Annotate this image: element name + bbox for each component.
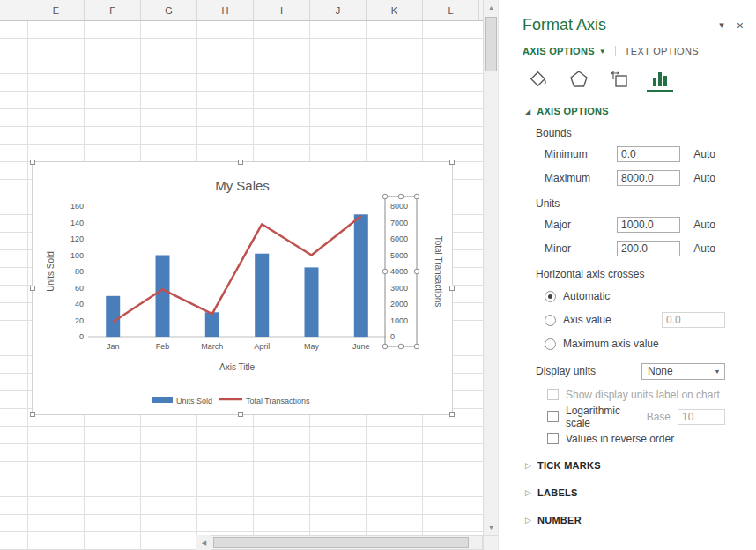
section-tick-marks[interactable]: ▷ TICK MARKS <box>525 457 756 473</box>
right-axis-tick: 2000 <box>390 300 408 308</box>
logarithmic-scale-checkbox[interactable] <box>547 411 559 422</box>
column-header[interactable]: G <box>141 0 197 20</box>
bar[interactable] <box>156 256 170 338</box>
axis-value-radio[interactable] <box>545 315 556 326</box>
major-auto-button[interactable]: Auto <box>680 219 715 231</box>
section-labels[interactable]: ▷ LABELS <box>525 485 756 501</box>
format-axis-pane: Format Axis ▾ × AXIS OPTIONS ▼ TEXT OPTI… <box>498 0 756 550</box>
tab-separator <box>615 46 616 56</box>
bar[interactable] <box>305 267 319 337</box>
expand-triangle-icon: ▷ <box>525 461 531 470</box>
display-units-dropdown[interactable]: None ▼ <box>641 363 725 380</box>
scroll-up-icon[interactable]: ▲ <box>484 0 499 15</box>
left-axis-tick: 20 <box>75 316 84 325</box>
values-reverse-checkbox[interactable] <box>547 433 559 444</box>
units-label: Units <box>536 197 756 210</box>
vertical-scroll-thumb[interactable] <box>485 17 497 71</box>
right-axis-tick: 6000 <box>390 234 408 243</box>
minor-auto-button[interactable]: Auto <box>680 242 715 255</box>
column-header-row: EFGHIJKL <box>0 0 483 21</box>
column-header[interactable]: I <box>254 0 310 20</box>
bar[interactable] <box>354 214 368 337</box>
maximum-input[interactable] <box>617 170 680 186</box>
tab-axis-options[interactable]: AXIS OPTIONS <box>523 46 595 56</box>
chart-resize-handle[interactable] <box>449 160 455 165</box>
chart-canvas[interactable]: 0204060801001201401600100020003000400050… <box>33 162 452 414</box>
column-header[interactable]: E <box>28 0 85 20</box>
chart-resize-handle[interactable] <box>238 160 243 165</box>
horizontal-scroll-thumb[interactable] <box>213 537 469 548</box>
axis-selection-handle <box>382 344 388 349</box>
chart-object[interactable]: 0204060801001201401600100020003000400050… <box>32 161 453 415</box>
minor-unit-input[interactable] <box>617 241 680 256</box>
display-units-value: None <box>648 365 673 377</box>
bar[interactable] <box>255 254 269 337</box>
chart-resize-handle[interactable] <box>238 412 243 417</box>
show-display-units-label: Show display units label on chart <box>566 389 720 401</box>
logarithmic-scale-label: Logarithmic scale <box>566 405 647 429</box>
line-series[interactable] <box>113 216 361 322</box>
axis-selection-handle <box>382 269 388 274</box>
automatic-radio[interactable] <box>545 291 556 302</box>
right-axis-tick: 0 <box>390 332 395 341</box>
maximum-axis-value-option: Maximum axis value <box>545 336 725 352</box>
base-input[interactable] <box>678 409 725 425</box>
scroll-track[interactable] <box>484 71 498 520</box>
fill-line-icon[interactable] <box>525 67 552 92</box>
legend-label: Units Sold <box>176 397 212 405</box>
right-axis-tick: 8000 <box>390 202 408 211</box>
chart-resize-handle[interactable] <box>30 160 35 165</box>
chevron-down-icon[interactable]: ▼ <box>599 48 606 56</box>
section-number[interactable]: ▷ NUMBER <box>525 512 756 528</box>
minimum-row: Minimum Auto <box>545 145 715 163</box>
horizontal-scrollbar[interactable]: ◀ <box>196 535 483 550</box>
legend-label: Total Transactions <box>246 397 310 405</box>
maximum-auto-button[interactable]: Auto <box>680 172 715 184</box>
bar[interactable] <box>205 312 219 337</box>
column-header[interactable]: J <box>310 0 367 20</box>
column-header[interactable]: F <box>85 0 141 20</box>
bar[interactable] <box>106 296 120 337</box>
minimum-label: Minimum <box>545 148 617 160</box>
chart-title: My Sales <box>215 178 270 193</box>
column-header[interactable]: H <box>197 0 254 20</box>
left-axis-tick: 40 <box>75 300 84 308</box>
vertical-scrollbar[interactable]: ▲ ▼ <box>483 0 498 550</box>
minor-label: Minor <box>545 242 617 255</box>
size-properties-icon[interactable] <box>606 67 633 92</box>
minimum-input[interactable] <box>617 146 680 162</box>
values-reverse-label: Values in reverse order <box>566 433 674 445</box>
right-axis-tick: 4000 <box>390 267 408 276</box>
pane-options-chevron-icon[interactable]: ▾ <box>719 19 724 31</box>
axis-selection-handle <box>398 194 404 199</box>
right-axis-title: Total Transactions <box>434 236 443 308</box>
left-axis-tick: 60 <box>75 284 84 293</box>
minimum-auto-button[interactable]: Auto <box>680 148 715 160</box>
column-header[interactable]: L <box>423 0 479 20</box>
section-axis-options[interactable]: ◢ AXIS OPTIONS <box>525 106 756 116</box>
major-unit-input[interactable] <box>617 217 680 233</box>
chevron-down-icon[interactable]: ▼ <box>710 364 724 379</box>
chart-resize-handle[interactable] <box>449 412 455 417</box>
values-reverse-row: Values in reverse order <box>547 431 725 446</box>
column-header[interactable]: K <box>367 0 423 20</box>
chart-options-icon[interactable] <box>647 67 673 92</box>
scroll-left-icon[interactable]: ◀ <box>196 535 211 550</box>
chart-resize-handle[interactable] <box>449 286 455 291</box>
chart-resize-handle[interactable] <box>30 412 35 417</box>
axis-value-input[interactable] <box>662 312 725 328</box>
tab-text-options[interactable]: TEXT OPTIONS <box>625 46 699 56</box>
show-display-units-checkbox <box>547 389 559 400</box>
effects-icon[interactable] <box>566 67 592 92</box>
legend-swatch-bar <box>152 397 173 403</box>
close-icon[interactable]: × <box>737 19 744 33</box>
chart-resize-handle[interactable] <box>30 286 35 291</box>
right-axis-tick: 5000 <box>390 251 408 260</box>
axis-selection-handle <box>398 344 404 349</box>
scroll-down-icon[interactable]: ▼ <box>484 520 499 535</box>
axis-selection-handle <box>414 344 419 349</box>
minor-unit-row: Minor Auto <box>545 240 715 257</box>
maximum-axis-value-radio[interactable] <box>545 338 556 350</box>
base-label: Base <box>647 411 671 423</box>
automatic-option: Automatic <box>545 288 725 304</box>
